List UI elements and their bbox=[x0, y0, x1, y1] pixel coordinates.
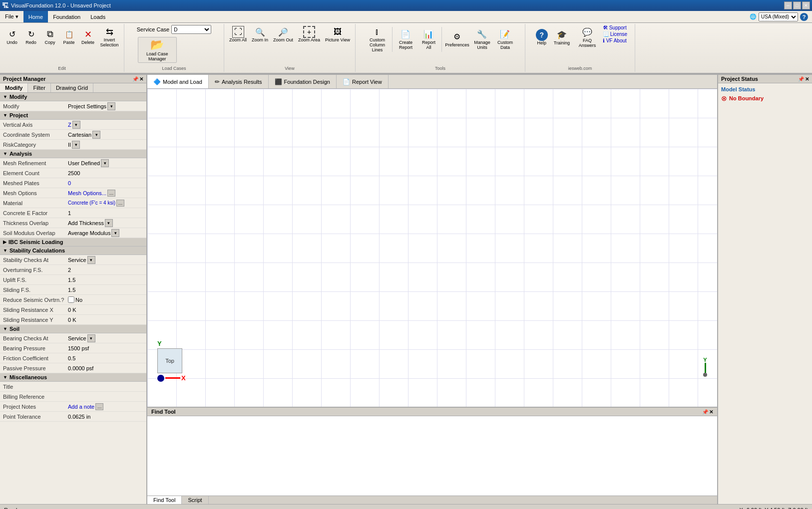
tab-foundation-design[interactable]: ⬛ Foundation Design bbox=[269, 75, 337, 88]
ibc-label: IBC Seismic Loading bbox=[8, 239, 63, 245]
training-button[interactable]: 🎓 Training bbox=[552, 28, 572, 47]
section-soil[interactable]: ▼ Soil bbox=[0, 325, 146, 333]
region-dropdown[interactable]: USA (Mixed) bbox=[759, 12, 798, 21]
tab-analysis-results[interactable]: ✏ Analysis Results bbox=[209, 75, 269, 88]
invert-button[interactable]: ⇆ Invert Selection bbox=[98, 25, 121, 49]
support-link[interactable]: 🛠 Support bbox=[603, 25, 627, 30]
menu-file[interactable]: File ▾ bbox=[0, 11, 23, 22]
picture-view-label: Picture View bbox=[325, 38, 350, 43]
zoom-in-button[interactable]: 🔍 Zoom In bbox=[250, 25, 270, 44]
tab-drawing-grid[interactable]: Drawing Grid bbox=[51, 83, 93, 92]
stability-checks-dropdown[interactable]: ▾ bbox=[87, 256, 95, 264]
point-tolerance-row: Point Tolerance 0.0625 in bbox=[0, 412, 146, 422]
tab-model-and-load[interactable]: 🔷 Model and Load bbox=[147, 75, 209, 88]
section-stability[interactable]: ▼ Stability Calculations bbox=[0, 247, 146, 255]
concrete-e-factor-text: 1 bbox=[68, 210, 71, 216]
status-bar: Ready X:-6.00 ft, Y:4.50 ft, Z:0.00 ft bbox=[0, 504, 812, 509]
panel-controls[interactable]: 📌 ✕ bbox=[132, 76, 143, 82]
view-cube[interactable]: Top bbox=[157, 348, 182, 373]
project-notes-text[interactable]: Add a note bbox=[68, 404, 94, 410]
mesh-options-ellipsis[interactable]: … bbox=[107, 190, 115, 197]
project-settings-dropdown[interactable]: ▾ bbox=[107, 102, 115, 110]
zoom-area-label: Zoom Area bbox=[298, 38, 320, 43]
preferences-button[interactable]: ⚙ Preferences bbox=[444, 30, 470, 49]
help-icon[interactable]: ? bbox=[800, 13, 808, 21]
overturning-fs-text: 2 bbox=[68, 267, 71, 273]
load-case-label: Load Case Manager bbox=[142, 51, 172, 61]
vf-about-link[interactable]: ℹ VF About bbox=[603, 38, 627, 43]
find-tab-script[interactable]: Script bbox=[182, 496, 208, 504]
section-miscellaneous[interactable]: ▼ Miscellaneous bbox=[0, 373, 146, 382]
reduce-seismic-checkbox[interactable] bbox=[68, 296, 74, 303]
project-arrow: ▼ bbox=[3, 113, 7, 118]
section-ibc-seismic[interactable]: ▶ IBC Seismic Loading bbox=[0, 238, 146, 247]
material-ellipsis[interactable]: … bbox=[116, 200, 124, 207]
zoom-all-button[interactable]: ⛶ Zoom All bbox=[227, 25, 249, 44]
minimize-button[interactable]: ─ bbox=[784, 1, 792, 9]
paste-button[interactable]: 📋 Paste bbox=[60, 27, 78, 46]
soil-modulus-overlap-row: Soil Modulus Overlap Average Modulus ▾ bbox=[0, 228, 146, 238]
vertical-axis-dropdown[interactable]: ▾ bbox=[72, 121, 80, 129]
iesweb-buttons: ? Help 🎓 Training 💬 FAQ Answers 🛠 Suppor… bbox=[533, 25, 627, 55]
find-tool-close[interactable]: ✕ bbox=[709, 409, 713, 415]
find-tool-pin[interactable]: 📌 bbox=[702, 409, 708, 415]
find-tool-controls[interactable]: 📌 ✕ bbox=[702, 409, 713, 415]
sliding-resistance-y-label: Sliding Resistance Y bbox=[3, 317, 68, 323]
training-icon: 🎓 bbox=[556, 29, 568, 41]
close-panel-icon[interactable]: ✕ bbox=[139, 76, 143, 82]
report-all-icon: 📊 bbox=[422, 28, 434, 40]
find-tab-find-tool[interactable]: Find Tool bbox=[147, 496, 182, 504]
tab-modify[interactable]: Modify bbox=[0, 83, 28, 92]
faq-button[interactable]: 💬 FAQ Answers bbox=[573, 25, 602, 49]
help-button[interactable]: ? Help bbox=[533, 28, 551, 47]
delete-button[interactable]: ✕ Delete bbox=[79, 27, 97, 46]
redo-button[interactable]: ↻ Redo bbox=[22, 27, 40, 46]
custom-data-button[interactable]: 📝 Custom Data bbox=[494, 27, 516, 51]
right-pin-icon[interactable]: 📌 bbox=[798, 76, 804, 82]
close-button[interactable]: ✕ bbox=[802, 1, 810, 9]
zoom-area-button[interactable]: + Zoom Area bbox=[296, 25, 322, 44]
right-close-icon[interactable]: ✕ bbox=[805, 76, 809, 82]
tab-filter[interactable]: Filter bbox=[28, 83, 50, 92]
menu-loads[interactable]: Loads bbox=[85, 11, 110, 22]
risk-category-dropdown[interactable]: ▾ bbox=[72, 141, 80, 149]
load-case-manager-button[interactable]: 📂 Load Case Manager bbox=[138, 37, 177, 63]
zoom-out-button[interactable]: 🔎 Zoom Out bbox=[271, 25, 295, 44]
soil-modulus-dropdown[interactable]: ▾ bbox=[111, 229, 119, 237]
mesh-refinement-dropdown[interactable]: ▾ bbox=[101, 159, 109, 167]
menu-foundation[interactable]: Foundation bbox=[48, 11, 85, 22]
coord-system-dropdown[interactable]: ▾ bbox=[92, 131, 100, 139]
right-panel-controls[interactable]: 📌 ✕ bbox=[798, 76, 809, 82]
section-project[interactable]: ▼ Project bbox=[0, 111, 146, 120]
model-load-icon: 🔷 bbox=[153, 78, 161, 85]
meshed-plates-text[interactable]: 0 bbox=[68, 180, 71, 186]
picture-view-button[interactable]: 🖼 Picture View bbox=[323, 25, 352, 44]
tab-report-view[interactable]: 📄 Report View bbox=[337, 75, 389, 88]
canvas-area[interactable]: Y Top X Y bbox=[147, 89, 717, 407]
custom-cols-button[interactable]: ⫿ Custom Column Lines bbox=[364, 25, 390, 54]
material-text[interactable]: Concrete (F'c = 4 ksi) bbox=[68, 200, 115, 206]
region-selector[interactable]: 🌐 USA (Mixed) ? bbox=[746, 11, 812, 22]
window-controls[interactable]: ─ □ ✕ bbox=[784, 1, 810, 9]
project-manager-title: Project Manager bbox=[3, 76, 46, 82]
undo-button[interactable]: ↺ Undo bbox=[3, 27, 21, 46]
manage-units-button[interactable]: 🔧 Manage Units bbox=[471, 27, 493, 51]
tools-buttons: ⫿ Custom Column Lines 📄 Create Report 📊 … bbox=[364, 25, 516, 60]
service-case-select[interactable]: D D+L D+W bbox=[171, 25, 211, 34]
menu-home[interactable]: Home bbox=[23, 11, 48, 22]
thickness-overlap-dropdown[interactable]: ▾ bbox=[105, 219, 113, 227]
copy-button[interactable]: ⧉ Copy bbox=[41, 27, 59, 46]
project-notes-ellipsis[interactable]: … bbox=[95, 403, 103, 410]
view-cube-area: Y Top X bbox=[157, 340, 186, 382]
pin-icon[interactable]: 📌 bbox=[132, 76, 138, 82]
section-modify[interactable]: ▼ Modify bbox=[0, 93, 146, 101]
maximize-button[interactable]: □ bbox=[793, 1, 801, 9]
sliding-resistance-x-row: Sliding Resistance X 0 K bbox=[0, 305, 146, 315]
create-report-button[interactable]: 📄 Create Report bbox=[395, 27, 416, 51]
section-analysis[interactable]: ▼ Analysis bbox=[0, 150, 146, 158]
bearing-checks-dropdown[interactable]: ▾ bbox=[87, 334, 95, 342]
status-coords: X:-6.00 ft, Y:4.50 ft, Z:0.00 ft bbox=[740, 507, 808, 509]
license-link[interactable]: 📃 License bbox=[603, 31, 627, 37]
mesh-options-text[interactable]: Mesh Options... bbox=[68, 190, 106, 196]
report-all-button[interactable]: 📊 Report All bbox=[417, 27, 439, 51]
